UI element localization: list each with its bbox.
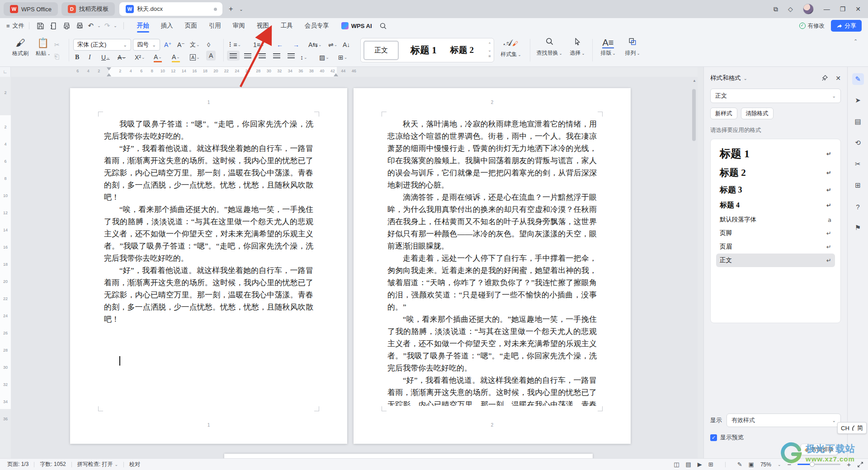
redo-button[interactable]: ↷ bbox=[104, 22, 110, 30]
char-border-button[interactable]: A⌄ bbox=[190, 52, 200, 62]
zoom-slider-knob[interactable] bbox=[810, 462, 815, 467]
decrease-indent-button[interactable]: ← bbox=[277, 40, 283, 50]
page-indicator[interactable]: 页面: 1/3 bbox=[7, 461, 28, 468]
bold-button[interactable]: B bbox=[75, 52, 79, 62]
scrollbar-thumb[interactable] bbox=[692, 89, 696, 141]
style-item-header[interactable]: 页眉↵ bbox=[716, 240, 835, 254]
show-preview-checkbox[interactable]: ✓ bbox=[710, 434, 717, 441]
export-pdf-icon[interactable] bbox=[50, 22, 57, 30]
tab-docer-templates[interactable]: D 找稻壳模板 bbox=[61, 2, 115, 16]
tab-home[interactable]: 开始 bbox=[131, 18, 155, 33]
modified-status[interactable]: ✓ 有修改 bbox=[799, 22, 825, 30]
gallery-more-icon[interactable]: ≡ bbox=[488, 54, 491, 58]
avatar[interactable] bbox=[803, 4, 814, 14]
search-icon[interactable] bbox=[379, 22, 387, 30]
italic-button[interactable]: I bbox=[89, 52, 91, 62]
document-area[interactable]: 1 我吸了吸鼻子答道：“嗯”。“走吧，你回家先洗个澡，洗完后我带你去吃好吃的。 … bbox=[11, 77, 698, 458]
format-painter-button[interactable]: 🖌 格式刷 bbox=[10, 37, 31, 57]
style-item-heading4[interactable]: 标题 4↵ bbox=[716, 198, 835, 213]
zoom-slider[interactable] bbox=[797, 464, 840, 465]
spellcheck-chevron-icon[interactable]: ⌄ bbox=[114, 462, 118, 467]
tab-view[interactable]: 视图 bbox=[251, 18, 275, 33]
right-indent-marker[interactable] bbox=[334, 73, 338, 76]
first-line-indent-marker[interactable] bbox=[107, 67, 111, 70]
redo-chevron-icon[interactable]: ⌄ bbox=[113, 24, 117, 28]
presentation-view-icon[interactable]: ▶ bbox=[698, 461, 702, 468]
style-item-heading2[interactable]: 标题 2↵ bbox=[716, 164, 835, 182]
phonetic-guide-button[interactable]: 文⌄ bbox=[190, 40, 200, 50]
style-item-heading3[interactable]: 标题 3↵ bbox=[716, 182, 835, 198]
superscript-button[interactable]: X²⌄ bbox=[135, 52, 145, 62]
increase-indent-button[interactable]: → bbox=[293, 40, 299, 50]
tab-member[interactable]: 会员专享 bbox=[299, 18, 335, 33]
eye-protect-view-icon[interactable]: ◫ bbox=[674, 461, 679, 468]
numbered-list-button[interactable]: 1≡⌄ bbox=[253, 40, 264, 50]
clip-tools-icon[interactable]: ✂ bbox=[852, 158, 864, 170]
tab-wps-office[interactable]: W WPS Office bbox=[4, 2, 58, 16]
help-icon[interactable]: ? bbox=[852, 201, 864, 212]
highlight-color-button[interactable]: A⌄ bbox=[172, 52, 180, 62]
web-view-icon[interactable]: ⊞ bbox=[708, 461, 713, 468]
align-right-button[interactable] bbox=[256, 51, 269, 61]
tab-document-qiutian[interactable]: W 秋天.docx bbox=[119, 2, 222, 16]
cut-button[interactable]: ✂ bbox=[54, 40, 60, 50]
panel-title-chevron-icon[interactable]: ⌄ bbox=[744, 76, 747, 81]
current-style-select[interactable]: 正文 ⌄ bbox=[710, 89, 841, 103]
zoom-in-button[interactable]: + bbox=[847, 461, 851, 468]
paste-special-button[interactable]: ⎗ bbox=[54, 52, 59, 61]
style-chip-body[interactable]: 正文 bbox=[363, 41, 399, 60]
gallery-down-icon[interactable]: ⌄ bbox=[488, 48, 491, 52]
close-button[interactable]: ✕ bbox=[855, 5, 861, 13]
paste-button[interactable]: 📋 粘贴 ⌄ bbox=[33, 37, 53, 57]
new-style-button[interactable]: 新样式 bbox=[710, 108, 737, 119]
align-center-button[interactable] bbox=[241, 51, 254, 61]
style-set-button[interactable]: 𝒜🖌 样式集 ⌄ bbox=[498, 37, 524, 58]
spellcheck-status[interactable]: 拼写检查: 打开 bbox=[77, 461, 113, 468]
select-button[interactable]: 选择 ⌄ bbox=[566, 37, 589, 57]
word-count[interactable]: 字数: 1052 bbox=[40, 461, 66, 468]
page-view-icon[interactable]: ▤ bbox=[685, 461, 691, 468]
feedback-icon[interactable]: ⚑ bbox=[852, 222, 864, 234]
char-shading-button[interactable]: A bbox=[206, 51, 216, 61]
bullet-list-button[interactable]: ⠇≡⌄ bbox=[229, 40, 241, 50]
collapse-ribbon-button[interactable]: ⌃ bbox=[854, 36, 858, 46]
style-item-body-selected[interactable]: 正文↵ bbox=[716, 254, 835, 267]
edit-mode-icon[interactable]: ✎ bbox=[737, 461, 742, 468]
tab-insert[interactable]: 插入 bbox=[155, 18, 179, 33]
arrange-button[interactable]: 排列 ⌄ bbox=[621, 37, 644, 57]
align-left-button[interactable] bbox=[227, 51, 240, 61]
hanging-indent-marker[interactable] bbox=[107, 73, 111, 76]
layout-button[interactable]: A≡ 排版 ⌄ bbox=[597, 37, 619, 57]
tab-page[interactable]: 页面 bbox=[179, 18, 203, 33]
increase-font-button[interactable]: A⁺ bbox=[164, 40, 172, 50]
sort-button[interactable]: A↓ bbox=[343, 40, 350, 50]
workspace-icon[interactable]: ⧉ bbox=[774, 5, 778, 13]
borders-button[interactable]: ⊞⌄ bbox=[338, 52, 347, 62]
integration-cube-icon[interactable]: ◇ bbox=[788, 5, 793, 13]
tab-list-chevron-icon[interactable]: ⌄ bbox=[239, 7, 243, 12]
new-tab-button[interactable]: + bbox=[229, 5, 233, 13]
tab-review[interactable]: 审阅 bbox=[227, 18, 251, 33]
tab-selector-box[interactable]: ∟ bbox=[0, 67, 11, 77]
distribute-button[interactable] bbox=[285, 51, 297, 61]
tab-references[interactable]: 引用 bbox=[203, 18, 227, 33]
style-item-heading1[interactable]: 标题 1↵ bbox=[716, 144, 835, 164]
zoom-chevron-icon[interactable]: ⌄ bbox=[778, 462, 781, 467]
history-icon[interactable]: ⟲ bbox=[852, 137, 864, 149]
clear-format-button-panel[interactable]: 清除格式 bbox=[741, 108, 774, 119]
tab-tools[interactable]: 工具 bbox=[275, 18, 299, 33]
proofing-button[interactable]: 校对 bbox=[129, 461, 140, 468]
clear-format-button[interactable]: ◊ bbox=[207, 40, 210, 50]
undo-chevron-icon[interactable]: ⌄ bbox=[97, 24, 101, 28]
fit-page-icon[interactable]: ▣ bbox=[749, 461, 754, 468]
undo-button[interactable]: ↶ bbox=[88, 22, 94, 30]
grid-tools-icon[interactable]: ⊞ bbox=[852, 179, 864, 191]
pin-icon[interactable] bbox=[821, 75, 828, 81]
line-spacing-button[interactable]: ↕⌄ bbox=[300, 52, 307, 62]
strikethrough-button[interactable]: A⌄ bbox=[118, 52, 126, 62]
show-filter-select[interactable]: 有效样式 ⌄ bbox=[726, 414, 841, 427]
page-2-content[interactable]: 秋天，落叶满地，冷寂的秋雨肆意地宣泄着它的情绪，用悲凉给这个喧嚣的世界调色。街巷… bbox=[387, 118, 597, 406]
document-page-2[interactable]: 2 秋天，落叶满地，冷寂的秋雨肆意地宣泄着它的情绪，用悲凉给这个喧嚣的世界调色。… bbox=[354, 88, 631, 444]
panel-close-icon[interactable]: ✕ bbox=[835, 75, 841, 82]
file-menu[interactable]: ≡ 文件 bbox=[6, 22, 24, 30]
